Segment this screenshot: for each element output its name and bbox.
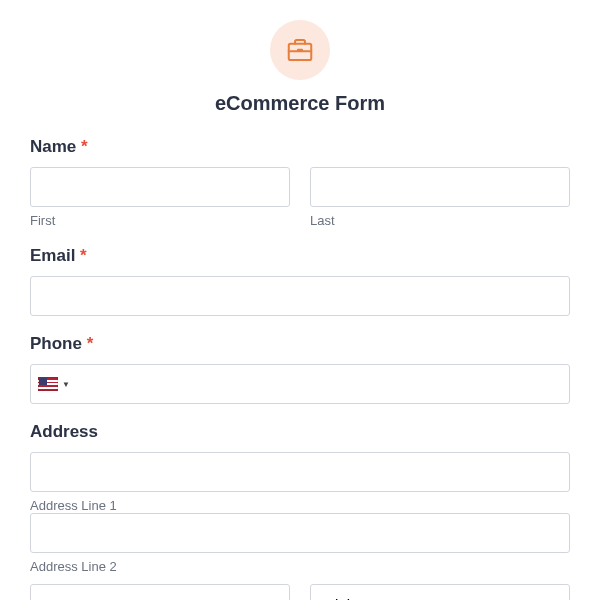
chevron-down-icon: ▼ — [62, 380, 70, 389]
email-label-text: Email — [30, 246, 75, 265]
first-name-sublabel: First — [30, 213, 290, 228]
last-name-sublabel: Last — [310, 213, 570, 228]
first-name-input[interactable] — [30, 167, 290, 207]
form-icon-circle — [270, 20, 330, 80]
ecommerce-form: eCommerce Form Name * First Last Email * — [0, 0, 600, 600]
address-line2-sublabel: Address Line 2 — [30, 559, 570, 574]
name-label-text: Name — [30, 137, 76, 156]
phone-field-group: Phone * ▼ — [30, 334, 570, 404]
address-line2-input[interactable] — [30, 513, 570, 553]
email-field-group: Email * — [30, 246, 570, 316]
address-city-input[interactable] — [30, 584, 290, 600]
phone-input[interactable] — [30, 364, 570, 404]
phone-required-mark: * — [87, 334, 94, 353]
phone-label: Phone * — [30, 334, 570, 354]
address-label: Address — [30, 422, 570, 442]
address-state-select[interactable]: Alabama — [310, 584, 570, 600]
email-input[interactable] — [30, 276, 570, 316]
phone-country-selector[interactable]: ▼ — [38, 377, 70, 391]
briefcase-icon — [285, 35, 315, 65]
name-label: Name * — [30, 137, 570, 157]
email-label: Email * — [30, 246, 570, 266]
form-title: eCommerce Form — [30, 92, 570, 115]
last-name-input[interactable] — [310, 167, 570, 207]
address-field-group: Address Address Line 1 Address Line 2 Al… — [30, 422, 570, 600]
phone-label-text: Phone — [30, 334, 82, 353]
address-line1-input[interactable] — [30, 452, 570, 492]
name-required-mark: * — [81, 137, 88, 156]
address-line1-sublabel: Address Line 1 — [30, 498, 570, 513]
flag-us-icon — [38, 377, 58, 391]
address-label-text: Address — [30, 422, 98, 441]
name-field-group: Name * First Last — [30, 137, 570, 228]
email-required-mark: * — [80, 246, 87, 265]
